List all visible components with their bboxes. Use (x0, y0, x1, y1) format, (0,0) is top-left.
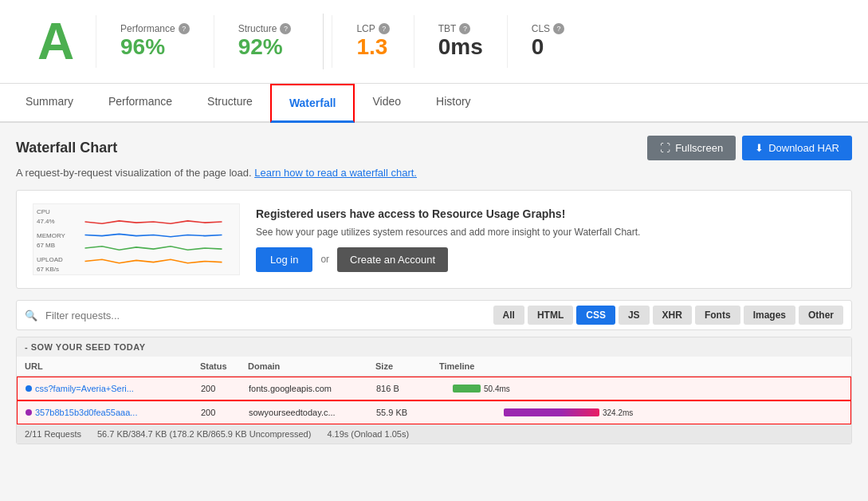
waterfall-table: - SOW YOUR SEED TODAY URL Status Domain … (16, 337, 852, 444)
url-cell: 357b8b15b3d0fea55aaa... (26, 408, 201, 417)
resource-title: Registered users have access to Resource… (256, 207, 835, 220)
lcp-metric: LCP ? 1.3 (332, 15, 413, 68)
footer-size: 56.7 KB/384.7 KB (178.2 KB/865.9 KB Unco… (97, 429, 311, 439)
fullscreen-label: Fullscreen (675, 142, 723, 154)
domain-cell: sowyourseedtoday.c... (249, 408, 376, 417)
col-url: URL (25, 361, 200, 371)
cpu-label: CPU 47.4% (37, 207, 74, 227)
cls-value: 0 (532, 34, 564, 60)
col-status: Status (200, 361, 248, 371)
filter-buttons: All HTML CSS JS XHR Fonts Images Other (493, 306, 843, 325)
structure-metric: Structure ? 92% (214, 15, 316, 68)
tab-structure[interactable]: Structure (190, 84, 270, 123)
fullscreen-button[interactable]: ⛶ Fullscreen (647, 136, 736, 160)
filter-xhr[interactable]: XHR (653, 306, 692, 325)
url-text: 357b8b15b3d0fea55aaa... (35, 408, 137, 417)
filter-images[interactable]: Images (744, 306, 795, 325)
resource-graph: CPU 47.4% MEMORY 67 MB UPLOAD 67 KB/s DO… (33, 203, 240, 275)
chart-description: A request-by-request visualization of th… (16, 167, 852, 179)
tbt-metric: TBT ? 0ms (414, 15, 507, 68)
resource-description: See how your page utilizes system resour… (256, 227, 835, 238)
performance-label: Performance (120, 23, 175, 34)
filter-bar: 🔍 All HTML CSS JS XHR Fonts Images Other (16, 300, 852, 330)
resource-text: Registered users have access to Resource… (256, 207, 835, 272)
bar-segment (453, 385, 481, 393)
filter-all[interactable]: All (493, 306, 524, 325)
group-header: - SOW YOUR SEED TODAY (17, 337, 851, 357)
performance-help-icon[interactable]: ? (179, 23, 190, 34)
create-account-button[interactable]: Create an Account (337, 247, 448, 272)
filter-input[interactable] (45, 310, 485, 322)
performance-value: 96% (120, 34, 190, 60)
table-row[interactable]: 357b8b15b3d0fea55aaa... 200 sowyourseedt… (17, 400, 851, 424)
search-icon: 🔍 (25, 310, 37, 322)
structure-help-icon[interactable]: ? (280, 23, 291, 34)
size-cell: 55.9 KB (376, 408, 440, 417)
status-cell: 200 (201, 384, 249, 393)
performance-metric: Performance ? 96% (96, 15, 214, 68)
url-dot (26, 409, 32, 416)
or-text: or (320, 254, 329, 265)
table-header: URL Status Domain Size Timeline (17, 357, 851, 377)
tab-performance[interactable]: Performance (91, 84, 190, 123)
cls-metric: CLS ? 0 (507, 15, 588, 68)
grade-box: A (16, 8, 96, 75)
timeline-label: 324.2ms (603, 408, 633, 417)
tbt-value: 0ms (438, 34, 483, 60)
grade-letter: A (37, 16, 74, 67)
footer-time: 4.19s (Onload 1.05s) (327, 429, 409, 439)
divider (323, 14, 324, 69)
lcp-help-icon[interactable]: ? (379, 23, 390, 34)
learn-link[interactable]: Learn how to read a waterfall chart. (254, 167, 417, 179)
download-label: Download HAR (768, 142, 839, 154)
tbt-label: TBT (438, 23, 457, 34)
tabs-bar: Summary Performance Structure Waterfall … (0, 84, 868, 123)
col-domain: Domain (248, 361, 375, 371)
cls-label: CLS (532, 23, 550, 34)
size-cell: 816 B (376, 384, 440, 393)
login-button[interactable]: Log in (256, 247, 312, 272)
structure-label: Structure (238, 23, 277, 34)
main-content: Waterfall Chart ⛶ Fullscreen ⬇ Download … (0, 123, 868, 457)
download-har-button[interactable]: ⬇ Download HAR (742, 136, 852, 160)
col-timeline: Timeline (439, 361, 843, 371)
timeline-bar: 324.2ms (440, 406, 842, 419)
table-footer: 2/11 Requests 56.7 KB/384.7 KB (178.2 KB… (17, 424, 851, 444)
fullscreen-icon: ⛶ (660, 142, 670, 154)
cls-help-icon[interactable]: ? (553, 23, 564, 34)
url-cell: css?family=Averia+Seri... (26, 384, 201, 393)
timeline-bar: 50.4ms (440, 382, 842, 395)
lcp-value: 1.3 (356, 34, 389, 60)
lcp-label: LCP (356, 23, 375, 34)
structure-value: 92% (238, 34, 292, 60)
tab-video[interactable]: Video (355, 84, 418, 123)
download-icon: ⬇ (755, 142, 764, 154)
resource-labels: CPU 47.4% MEMORY 67 MB UPLOAD 67 KB/s DO… (37, 207, 74, 275)
download-label: DOWNLOAD 920 KB/s (37, 274, 74, 275)
domain-cell: fonts.googleapis.com (249, 384, 376, 393)
filter-js[interactable]: JS (619, 306, 650, 325)
table-row[interactable]: css?family=Averia+Seri... 200 fonts.goog… (17, 377, 851, 400)
bar-segment (504, 408, 599, 416)
filter-fonts[interactable]: Fonts (695, 306, 740, 325)
memory-label: MEMORY 67 MB (37, 231, 74, 250)
tbt-help-icon[interactable]: ? (459, 23, 470, 34)
filter-other[interactable]: Other (799, 306, 843, 325)
tab-waterfall[interactable]: Waterfall (270, 84, 355, 123)
filter-css[interactable]: CSS (576, 306, 615, 325)
footer-requests: 2/11 Requests (25, 429, 81, 439)
btn-group: ⛶ Fullscreen ⬇ Download HAR (647, 136, 852, 160)
url-dot (26, 385, 32, 392)
score-bar: A Performance ? 96% Structure ? 92% LCP … (0, 0, 868, 84)
chart-title: Waterfall Chart (16, 140, 117, 156)
chart-header: Waterfall Chart ⛶ Fullscreen ⬇ Download … (16, 136, 852, 160)
status-cell: 200 (201, 408, 249, 417)
resource-panel: CPU 47.4% MEMORY 67 MB UPLOAD 67 KB/s DO… (16, 190, 852, 289)
col-size: Size (375, 361, 439, 371)
timeline-label: 50.4ms (484, 385, 510, 393)
url-text: css?family=Averia+Seri... (35, 384, 134, 393)
filter-html[interactable]: HTML (528, 306, 573, 325)
tab-summary[interactable]: Summary (8, 84, 91, 123)
upload-label: UPLOAD 67 KB/s (37, 255, 74, 274)
tab-history[interactable]: History (418, 84, 489, 123)
